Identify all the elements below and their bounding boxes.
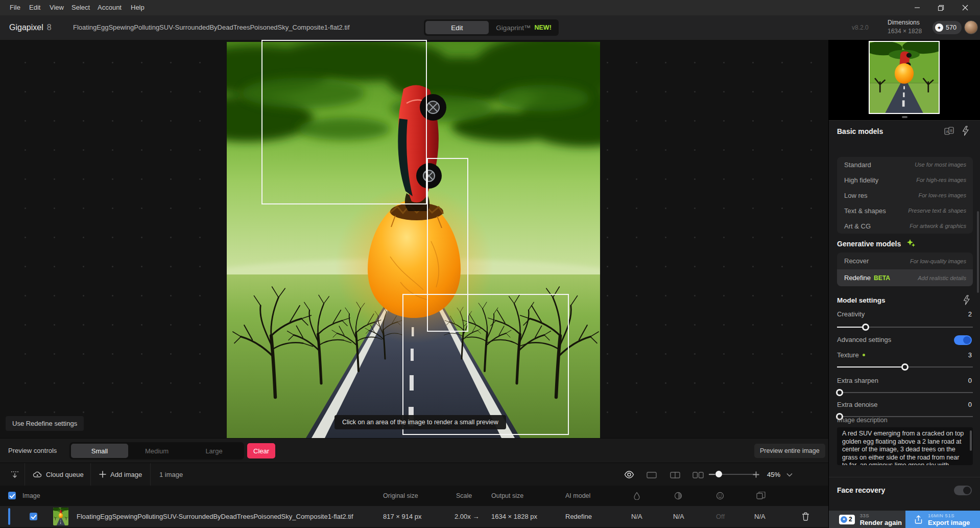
navigator-thumbnail[interactable]	[869, 41, 940, 114]
format-icon	[756, 492, 766, 500]
creativity-slider-thumb[interactable]	[862, 324, 869, 331]
app-logo: Gigapixel8	[9, 15, 52, 40]
denoise-circle-icon	[674, 492, 682, 500]
menu-bar: File Edit View Select Account Help	[0, 0, 980, 15]
preview-entire-image-button[interactable]: Preview entire image	[754, 444, 825, 458]
row-filename: FloatingEggSpewingPollutingSUV-Surrounde…	[77, 506, 353, 527]
model-art-cg[interactable]: Art & CG For artwork & graphics	[837, 218, 973, 234]
mode-toggle: Edit Gigaprint™ NEW!	[424, 19, 559, 36]
preview-controls-bar: Preview controls Small Medium Large Clea…	[0, 438, 828, 463]
navigator-handle[interactable]	[902, 116, 907, 118]
zoom-percentage[interactable]: 45%	[767, 463, 780, 486]
model-name: High fidelity	[844, 176, 878, 184]
face-recovery-label: Face recovery	[837, 486, 885, 494]
mode-gigaprint-tab[interactable]: Gigaprint™ NEW!	[489, 24, 559, 32]
add-image-button[interactable]: Add image	[110, 463, 142, 486]
size-small-button[interactable]: Small	[71, 444, 128, 458]
minimize-button[interactable]	[906, 0, 928, 15]
col-model: AI model	[565, 486, 590, 506]
redefine-settings-chip[interactable]: Use Redefine settings	[6, 416, 84, 431]
image-description-label: Image description	[837, 417, 888, 424]
export-image-button[interactable]: 16MIN 51S Export image	[905, 511, 980, 528]
queue-collapse-icon[interactable]	[10, 470, 19, 479]
trash-icon[interactable]	[802, 512, 809, 521]
ab-compare-icon[interactable]: A B	[944, 127, 954, 135]
close-button[interactable]	[954, 0, 976, 15]
description-scrollbar[interactable]	[970, 430, 972, 451]
size-medium-button[interactable]: Medium	[128, 444, 185, 458]
svg-text:B: B	[950, 129, 952, 132]
split-view-icon[interactable]	[670, 472, 680, 478]
creativity-value: 2	[968, 310, 972, 318]
canvas[interactable]: Click on an area of the image to render …	[0, 40, 828, 438]
mode-edit-tab[interactable]: Edit	[425, 21, 489, 34]
face-recovery-toggle[interactable]	[954, 486, 972, 495]
model-low-res[interactable]: Low res For low-res images	[837, 188, 973, 203]
menu-help[interactable]: Help	[124, 0, 151, 15]
credits-badge[interactable]: ✦ 570	[933, 21, 962, 34]
model-desc: For artwork & graphics	[910, 223, 966, 229]
size-large-button[interactable]: Large	[185, 444, 243, 458]
file-table-row[interactable]: FloatingEggSpewingPollutingSUV-Surrounde…	[0, 506, 828, 527]
image-count: 1 image	[159, 463, 183, 486]
single-view-icon[interactable]	[647, 472, 657, 478]
render-again-text: 33S Render again	[860, 513, 902, 526]
restore-button[interactable]	[929, 0, 952, 15]
app-bar: Gigapixel8 FloatingEggSpewingPollutingSU…	[0, 15, 980, 40]
canvas-hint-tooltip: Click on an area of the image to render …	[334, 415, 506, 429]
avatar[interactable]	[964, 20, 978, 34]
export-upload-icon	[915, 515, 922, 524]
select-all-checkbox[interactable]	[8, 492, 16, 499]
settings-autopilot-bolt-icon[interactable]	[963, 295, 970, 305]
export-label: Export image	[928, 519, 970, 526]
chevron-down-icon[interactable]	[786, 473, 793, 477]
row-model[interactable]: Redefine	[565, 506, 592, 527]
extra-sharpen-slider[interactable]	[837, 389, 973, 396]
preview-controls-label: Preview controls	[8, 439, 57, 463]
beta-badge: BETA	[874, 274, 890, 282]
extra-sharpen-slider-thumb[interactable]	[836, 389, 843, 396]
zoom-slider-thumb[interactable]	[715, 471, 722, 477]
menu-account[interactable]: Account	[91, 0, 128, 15]
col-original: Original size	[383, 486, 418, 506]
image-description-input[interactable]: A red SUV emerging from a cracked on top…	[837, 427, 973, 465]
creativity-slider[interactable]	[837, 324, 973, 331]
model-standard[interactable]: Standard Use for most images	[837, 157, 973, 172]
model-desc: Preserve text & shapes	[908, 208, 966, 214]
preview-eye-icon[interactable]	[624, 471, 634, 478]
row-denoise: N/A	[673, 506, 684, 527]
model-name: Standard	[844, 161, 871, 169]
panel-scrollbar[interactable]	[977, 211, 979, 293]
cloud-queue-button[interactable]: Cloud queue	[46, 463, 84, 486]
row-original: 817 × 914 px	[383, 506, 422, 527]
basic-autopilot-bolt-icon[interactable]	[962, 126, 969, 136]
row-checkbox[interactable]	[30, 513, 37, 520]
file-table-header: Image Original size Scale Output size AI…	[0, 486, 828, 506]
model-redefine[interactable]: Redefine BETA Add realistic details	[837, 269, 973, 286]
basic-models-title: Basic models	[837, 127, 883, 135]
preview-region-3[interactable]	[402, 294, 569, 435]
texture-label: Texture	[837, 351, 865, 359]
model-recover[interactable]: Recover For low-quality images	[837, 252, 973, 269]
zoom-out-icon[interactable]	[709, 474, 715, 475]
model-settings-title: Model settings	[837, 296, 886, 304]
row-face: Off	[716, 506, 725, 527]
creativity-label: Creativity	[837, 310, 865, 318]
model-name: Recover	[844, 257, 869, 265]
texture-slider-thumb[interactable]	[901, 363, 909, 371]
side-by-side-view-icon[interactable]	[692, 472, 704, 478]
model-text-shapes[interactable]: Text & shapes Preserve text & shapes	[837, 203, 973, 218]
render-again-button[interactable]: ✦ 2 33S Render again	[829, 511, 905, 528]
row-scale[interactable]: 2.00x →	[455, 506, 479, 527]
model-high-fidelity[interactable]: High fidelity For high-res images	[837, 172, 973, 188]
zoom-in-icon[interactable]	[753, 471, 759, 478]
panel-divider	[829, 477, 980, 477]
model-desc: Add realistic details	[918, 275, 966, 281]
generative-sparkle-icon	[906, 239, 916, 248]
cloud-icon	[33, 470, 42, 479]
preview-region-1[interactable]	[261, 40, 427, 204]
texture-slider[interactable]	[837, 363, 973, 371]
export-image-text: 16MIN 51S Export image	[928, 513, 970, 526]
clear-button[interactable]: Clear	[247, 443, 275, 458]
advanced-settings-toggle[interactable]	[954, 335, 972, 345]
